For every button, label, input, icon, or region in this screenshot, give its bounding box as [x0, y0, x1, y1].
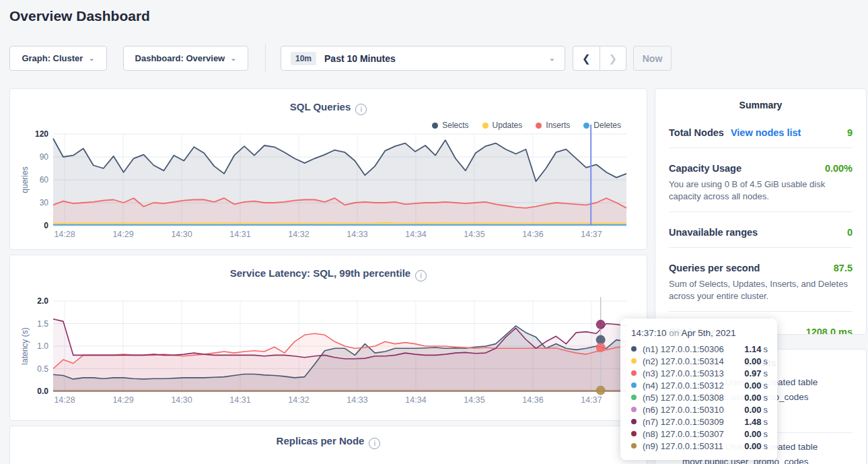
node-address: (n3) 127.0.0.1:50313: [643, 368, 744, 378]
latency-value: 0.00s: [744, 441, 768, 451]
divider: [669, 247, 853, 248]
tooltip-series-row: (n3) 127.0.0.1:503130.97s: [631, 367, 768, 379]
view-nodes-list-link[interactable]: View nodes list: [731, 127, 801, 138]
info-icon[interactable]: i: [355, 104, 367, 115]
time-range-label: Past 10 Minutes: [324, 53, 396, 64]
series-color-dot: [631, 346, 637, 352]
toolbar-divider: [265, 44, 266, 71]
next-time-button[interactable]: ❯: [600, 46, 626, 70]
dashboard-selector-label: Dashboard: Overview: [135, 53, 225, 63]
tooltip-series-row: (n4) 127.0.0.1:503120.00s: [631, 379, 768, 391]
chevron-down-icon: ⌄: [88, 55, 94, 62]
summary-heading: Summary: [669, 100, 853, 110]
svg-text:14:29: 14:29: [112, 395, 133, 405]
svg-text:14:33: 14:33: [347, 230, 367, 237]
summary-label: Queries per second: [669, 263, 760, 273]
series-color-dot: [631, 395, 637, 400]
tooltip-rows: (n1) 127.0.0.1:503061.14s(n2) 127.0.0.1:…: [631, 343, 768, 452]
tooltip-series-row: (n6) 127.0.0.1:503100.00s: [631, 403, 768, 416]
latency-value: 0.00s: [744, 380, 768, 391]
summary-value: 0.00%: [825, 163, 853, 174]
latency-value: 0.00s: [744, 405, 768, 415]
svg-text:0: 0: [44, 221, 48, 230]
summary-value: 0: [847, 227, 853, 238]
summary-label: Capacity Usage: [669, 163, 742, 174]
latency-value: 0.00s: [744, 393, 768, 403]
chart-title: Replicas per Nodei: [10, 435, 647, 449]
chevron-down-icon: ⌄: [230, 55, 236, 62]
dashboard-selector-dropdown[interactable]: Dashboard: Overview ⌄: [123, 46, 248, 71]
latency-value: 1.48s: [744, 417, 768, 427]
series-color-dot: [631, 419, 637, 424]
latency-value: 0.00s: [744, 356, 768, 366]
svg-text:queries: queries: [20, 166, 30, 193]
svg-text:14:31: 14:31: [229, 230, 250, 237]
service-latency-chart-panel: Service Latency: SQL, 99th percentilei 1…: [9, 255, 647, 421]
summary-value: 1208.0 ms: [806, 327, 853, 335]
tooltip-series-row: (n1) 127.0.0.1:503061.14s: [631, 343, 768, 355]
chart-title-text: Replicas per Node: [277, 435, 365, 446]
summary-label: Total Nodes: [669, 127, 724, 138]
tooltip-series-row: (n8) 127.0.0.1:503070.00s: [631, 428, 768, 440]
svg-text:14:28: 14:28: [54, 395, 75, 405]
time-range-dropdown[interactable]: 10m Past 10 Minutes ⌄: [281, 46, 565, 71]
divider: [669, 311, 853, 312]
chart-title-text: SQL Queries: [290, 101, 351, 112]
svg-text:14:34: 14:34: [405, 395, 426, 405]
info-icon[interactable]: i: [415, 270, 427, 281]
sql-queries-chart[interactable]: 14:2814:2914:3014:3114:3214:3314:3414:35…: [10, 123, 648, 237]
series-color-dot: [631, 383, 637, 388]
tooltip-series-row: (n9) 127.0.0.1:503110.00s: [631, 440, 768, 452]
chart-title-text: Service Latency: SQL, 99th percentile: [230, 267, 410, 279]
series-color-dot: [631, 407, 637, 412]
tooltip-timestamp: 14:37:10 on Apr 5th, 2021: [631, 328, 768, 338]
node-address: (n4) 127.0.0.1:50312: [643, 380, 744, 391]
sql-queries-chart-panel: SQL Queriesi SelectsUpdatesInsertsDelete…: [9, 88, 647, 250]
svg-text:14:29: 14:29: [112, 230, 133, 237]
node-address: (n1) 127.0.0.1:50306: [643, 344, 744, 354]
svg-text:14:33: 14:33: [347, 395, 367, 405]
info-icon[interactable]: i: [369, 438, 380, 449]
summary-label: Unavailable ranges: [669, 227, 758, 238]
graph-selector-dropdown[interactable]: Graph: Cluster ⌄: [9, 46, 107, 71]
svg-text:14:31: 14:31: [229, 395, 250, 405]
previous-time-button[interactable]: ❮: [573, 46, 600, 70]
svg-text:120: 120: [35, 129, 48, 139]
svg-text:90: 90: [40, 152, 49, 162]
summary-description: Sum of Selects, Updates, Inserts, and De…: [669, 278, 853, 302]
summary-row-total-nodes: Total Nodes View nodes list 9: [669, 127, 853, 138]
svg-text:14:37: 14:37: [581, 395, 602, 405]
summary-value: 9: [847, 127, 853, 138]
series-color-dot: [631, 370, 637, 376]
tooltip-date: Apr 5th, 2021: [681, 328, 735, 338]
tooltip-time: 14:37:10: [631, 328, 667, 338]
svg-text:14:28: 14:28: [54, 230, 75, 237]
svg-text:0.5: 0.5: [37, 364, 48, 374]
summary-row-unavailable-ranges: Unavailable ranges 0: [669, 227, 853, 238]
service-latency-chart[interactable]: 14:2814:2914:3014:3114:3214:3314:3414:35…: [10, 290, 648, 408]
graph-selector-label: Graph: Cluster: [22, 53, 83, 63]
svg-text:14:36: 14:36: [522, 395, 543, 405]
latency-value: 1.14s: [744, 344, 768, 354]
latency-value: 0.00s: [744, 429, 768, 439]
node-address: (n7) 127.0.0.1:50309: [643, 417, 744, 427]
node-address: (n5) 127.0.0.1:50308: [643, 393, 744, 403]
svg-text:14:35: 14:35: [464, 395, 484, 405]
time-range-badge: 10m: [291, 52, 316, 65]
tooltip-series-row: (n5) 127.0.0.1:503080.00s: [631, 391, 768, 403]
tooltip-on: on: [669, 328, 679, 338]
chart-title: SQL Queriesi: [10, 101, 647, 115]
latency-value: 0.97s: [744, 368, 768, 378]
svg-text:14:32: 14:32: [288, 230, 309, 237]
node-address: (n6) 127.0.0.1:50310: [643, 405, 744, 415]
divider: [669, 147, 853, 148]
svg-text:60: 60: [40, 175, 49, 185]
summary-description: You are using 0 B of 4.5 GiB usable disk…: [669, 178, 853, 202]
chart-title: Service Latency: SQL, 99th percentilei: [10, 267, 647, 281]
now-button[interactable]: Now: [633, 46, 672, 71]
summary-row-capacity: Capacity Usage 0.00%: [669, 163, 853, 174]
svg-text:14:37: 14:37: [581, 230, 602, 237]
divider: [669, 211, 853, 212]
node-address: (n2) 127.0.0.1:50314: [643, 356, 744, 366]
series-color-dot: [631, 431, 637, 436]
